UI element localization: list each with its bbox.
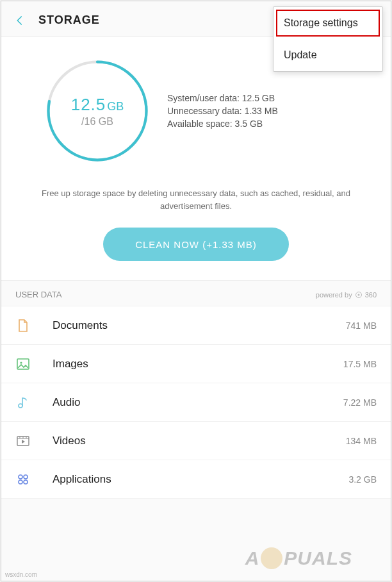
stat-unnecessary-label: Unnecessary data: xyxy=(167,106,242,116)
storage-summary-card: 12.5GB /16 GB System/user data: 12.5 GB … xyxy=(1,37,391,281)
item-label: Audio xyxy=(53,396,343,409)
overflow-menu: Storage settings Update xyxy=(273,6,383,72)
video-icon xyxy=(15,433,31,449)
user-data-list: Documents741 MBImages17.5 MBAudio7.22 MB… xyxy=(1,306,391,499)
svg-rect-4 xyxy=(17,359,29,369)
storage-donut-chart: 12.5GB /16 GB xyxy=(43,56,152,165)
back-icon[interactable] xyxy=(14,15,26,26)
brand-360-icon xyxy=(355,291,363,299)
item-size: 17.5 MB xyxy=(343,359,377,369)
item-label: Images xyxy=(53,358,343,370)
stat-unnecessary-value: 1.33 MB xyxy=(245,106,278,116)
item-label: Applications xyxy=(53,473,348,486)
stat-available-label: Available space: xyxy=(167,119,233,129)
item-size: 741 MB xyxy=(346,320,377,331)
stat-available-value: 3.5 GB xyxy=(235,119,263,129)
item-label: Documents xyxy=(53,319,346,332)
list-item[interactable]: Videos134 MB xyxy=(1,422,391,460)
watermark: A PUALS xyxy=(245,547,352,569)
clean-now-button[interactable]: CLEAN NOW (+1.33 MB) xyxy=(103,228,289,261)
list-item[interactable]: Documents741 MB xyxy=(1,306,391,345)
list-item[interactable]: Applications3.2 GB xyxy=(1,460,391,499)
total-storage-label: /16 GB xyxy=(81,116,113,128)
used-unit: GB xyxy=(107,100,124,113)
list-item[interactable]: Audio7.22 MB xyxy=(1,383,391,422)
used-storage-label: 12.5GB xyxy=(71,95,124,115)
storage-tip-text: Free up storage space by deleting unnece… xyxy=(26,187,366,212)
svg-point-9 xyxy=(24,475,28,479)
powered-by-label: powered by 360 xyxy=(316,291,377,299)
menu-storage-settings[interactable]: Storage settings xyxy=(274,7,382,39)
svg-point-3 xyxy=(357,294,359,295)
item-size: 134 MB xyxy=(346,436,377,446)
svg-point-10 xyxy=(19,480,22,484)
svg-point-5 xyxy=(20,362,22,363)
menu-update[interactable]: Update xyxy=(274,39,382,71)
svg-point-6 xyxy=(19,404,22,408)
stat-system-value: 12.5 GB xyxy=(242,93,275,103)
page-title: STORAGE xyxy=(38,13,100,27)
svg-point-11 xyxy=(24,480,28,484)
item-size: 3.2 GB xyxy=(348,474,377,485)
watermark-face-icon xyxy=(261,547,282,569)
section-title: USER DATA xyxy=(15,290,61,299)
list-item[interactable]: Images17.5 MB xyxy=(1,345,391,383)
apps-icon xyxy=(15,472,31,487)
used-value: 12.5 xyxy=(71,95,106,114)
svg-point-8 xyxy=(19,475,22,479)
user-data-section-header: USER DATA powered by 360 xyxy=(1,281,391,306)
storage-stats: System/user data: 12.5 GB Unnecessary da… xyxy=(167,93,278,129)
source-mark: wsxdn.com xyxy=(5,571,37,578)
image-icon xyxy=(15,356,31,372)
audio-icon xyxy=(15,395,31,410)
item-label: Videos xyxy=(53,435,346,447)
document-icon xyxy=(15,318,31,333)
stat-system-label: System/user data: xyxy=(167,93,240,103)
item-size: 7.22 MB xyxy=(343,397,377,408)
